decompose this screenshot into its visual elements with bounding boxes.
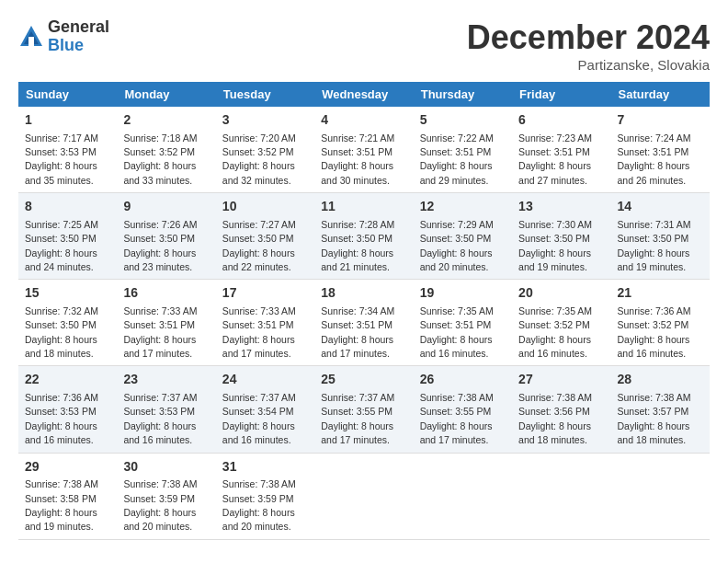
- day-sunrise: Sunrise: 7:35 AM: [420, 305, 494, 316]
- table-cell: 18 Sunrise: 7:34 AM Sunset: 3:51 PM Dayl…: [314, 280, 413, 366]
- day-sunset: Sunset: 3:52 PM: [618, 319, 689, 330]
- day-sunrise: Sunrise: 7:37 AM: [321, 392, 394, 403]
- day-daylight: Daylight: 8 hours and 18 minutes.: [518, 420, 591, 445]
- logo: General Blue: [18, 18, 109, 55]
- table-cell: 21 Sunrise: 7:36 AM Sunset: 3:52 PM Dayl…: [611, 280, 710, 366]
- day-number: 1: [25, 111, 110, 130]
- day-number: 6: [518, 111, 604, 130]
- day-daylight: Daylight: 8 hours and 26 minutes.: [618, 160, 690, 185]
- day-sunrise: Sunrise: 7:31 AM: [618, 219, 691, 230]
- table-cell: [314, 453, 413, 539]
- table-cell: 9 Sunrise: 7:26 AM Sunset: 3:50 PM Dayli…: [117, 193, 215, 280]
- day-daylight: Daylight: 8 hours and 35 minutes.: [25, 160, 97, 185]
- day-sunrise: Sunrise: 7:23 AM: [518, 132, 592, 144]
- table-cell: 2 Sunrise: 7:18 AM Sunset: 3:52 PM Dayli…: [117, 107, 215, 193]
- day-sunset: Sunset: 3:58 PM: [25, 493, 97, 504]
- col-wednesday: Wednesday: [314, 82, 413, 107]
- table-row: 15 Sunrise: 7:32 AM Sunset: 3:50 PM Dayl…: [18, 280, 710, 366]
- day-sunset: Sunset: 3:50 PM: [123, 233, 195, 244]
- day-sunset: Sunset: 3:56 PM: [518, 406, 590, 417]
- day-sunset: Sunset: 3:50 PM: [222, 233, 294, 244]
- day-sunrise: Sunrise: 7:22 AM: [420, 132, 494, 144]
- svg-rect-2: [28, 37, 34, 46]
- day-number: 27: [518, 371, 604, 389]
- title-block: December 2024 Partizanske, Slovakia: [467, 18, 710, 73]
- day-sunrise: Sunrise: 7:26 AM: [123, 219, 197, 230]
- day-number: 31: [222, 458, 308, 477]
- day-sunset: Sunset: 3:50 PM: [518, 233, 590, 244]
- day-sunrise: Sunrise: 7:33 AM: [123, 305, 197, 316]
- table-cell: 14 Sunrise: 7:31 AM Sunset: 3:50 PM Dayl…: [611, 193, 710, 280]
- day-number: 14: [618, 198, 703, 216]
- day-sunset: Sunset: 3:51 PM: [518, 146, 590, 157]
- day-number: 21: [618, 284, 703, 303]
- day-daylight: Daylight: 8 hours and 19 minutes.: [25, 507, 97, 532]
- day-number: 19: [420, 284, 506, 303]
- col-thursday: Thursday: [414, 82, 512, 107]
- table-cell: 15 Sunrise: 7:32 AM Sunset: 3:50 PM Dayl…: [18, 280, 117, 366]
- day-number: 20: [518, 284, 604, 303]
- table-cell: 28 Sunrise: 7:38 AM Sunset: 3:57 PM Dayl…: [611, 366, 710, 453]
- day-number: 9: [123, 198, 209, 216]
- table-cell: 23 Sunrise: 7:37 AM Sunset: 3:53 PM Dayl…: [117, 366, 215, 453]
- day-daylight: Daylight: 8 hours and 16 minutes.: [518, 334, 591, 359]
- day-sunrise: Sunrise: 7:25 AM: [25, 219, 98, 230]
- day-sunrise: Sunrise: 7:36 AM: [618, 305, 691, 316]
- day-daylight: Daylight: 8 hours and 22 minutes.: [222, 247, 295, 272]
- table-row: 22 Sunrise: 7:36 AM Sunset: 3:53 PM Dayl…: [18, 366, 710, 453]
- day-sunrise: Sunrise: 7:30 AM: [518, 219, 592, 230]
- day-daylight: Daylight: 8 hours and 29 minutes.: [420, 160, 493, 185]
- day-sunset: Sunset: 3:50 PM: [25, 233, 97, 244]
- day-sunset: Sunset: 3:51 PM: [123, 319, 195, 330]
- day-number: 28: [618, 371, 703, 389]
- day-sunset: Sunset: 3:51 PM: [222, 319, 294, 330]
- day-number: 29: [25, 458, 110, 477]
- day-sunrise: Sunrise: 7:28 AM: [321, 219, 394, 230]
- day-number: 26: [420, 371, 506, 389]
- day-sunset: Sunset: 3:51 PM: [321, 319, 392, 330]
- logo-blue-text: Blue: [48, 37, 109, 55]
- day-sunset: Sunset: 3:53 PM: [25, 406, 97, 417]
- day-sunrise: Sunrise: 7:38 AM: [222, 478, 296, 489]
- day-sunset: Sunset: 3:51 PM: [321, 146, 392, 157]
- day-number: 15: [25, 284, 110, 303]
- table-cell: 25 Sunrise: 7:37 AM Sunset: 3:55 PM Dayl…: [314, 366, 413, 453]
- day-sunrise: Sunrise: 7:32 AM: [25, 305, 98, 316]
- day-sunset: Sunset: 3:53 PM: [123, 406, 195, 417]
- table-cell: 22 Sunrise: 7:36 AM Sunset: 3:53 PM Dayl…: [18, 366, 117, 453]
- day-sunrise: Sunrise: 7:34 AM: [321, 305, 394, 316]
- day-sunrise: Sunrise: 7:27 AM: [222, 219, 296, 230]
- day-sunset: Sunset: 3:55 PM: [321, 406, 392, 417]
- table-row: 8 Sunrise: 7:25 AM Sunset: 3:50 PM Dayli…: [18, 193, 710, 280]
- logo-text: General Blue: [48, 18, 109, 55]
- day-daylight: Daylight: 8 hours and 20 minutes.: [420, 247, 493, 272]
- day-number: 16: [123, 284, 209, 303]
- day-daylight: Daylight: 8 hours and 19 minutes.: [618, 247, 690, 272]
- day-sunrise: Sunrise: 7:36 AM: [25, 392, 98, 403]
- day-sunset: Sunset: 3:53 PM: [25, 146, 97, 157]
- day-daylight: Daylight: 8 hours and 17 minutes.: [123, 334, 196, 359]
- day-sunrise: Sunrise: 7:38 AM: [518, 392, 592, 403]
- table-cell: 6 Sunrise: 7:23 AM Sunset: 3:51 PM Dayli…: [512, 107, 610, 193]
- day-number: 7: [618, 111, 703, 130]
- day-sunset: Sunset: 3:55 PM: [420, 406, 492, 417]
- table-cell: 30 Sunrise: 7:38 AM Sunset: 3:59 PM Dayl…: [117, 453, 215, 539]
- day-number: 12: [420, 198, 506, 216]
- day-sunset: Sunset: 3:59 PM: [222, 493, 294, 504]
- table-cell: [611, 453, 710, 539]
- day-daylight: Daylight: 8 hours and 16 minutes.: [123, 420, 196, 445]
- col-tuesday: Tuesday: [216, 82, 314, 107]
- table-cell: 19 Sunrise: 7:35 AM Sunset: 3:51 PM Dayl…: [414, 280, 512, 366]
- table-cell: 12 Sunrise: 7:29 AM Sunset: 3:50 PM Dayl…: [414, 193, 512, 280]
- day-daylight: Daylight: 8 hours and 16 minutes.: [25, 420, 97, 445]
- day-sunrise: Sunrise: 7:33 AM: [222, 305, 296, 316]
- day-number: 24: [222, 371, 308, 389]
- day-daylight: Daylight: 8 hours and 18 minutes.: [25, 334, 97, 359]
- page-header: General Blue December 2024 Partizanske, …: [18, 18, 710, 73]
- day-daylight: Daylight: 8 hours and 16 minutes.: [222, 420, 295, 445]
- day-number: 18: [321, 284, 406, 303]
- table-cell: 11 Sunrise: 7:28 AM Sunset: 3:50 PM Dayl…: [314, 193, 413, 280]
- day-sunset: Sunset: 3:52 PM: [123, 146, 195, 157]
- day-sunrise: Sunrise: 7:38 AM: [420, 392, 494, 403]
- table-row: 1 Sunrise: 7:17 AM Sunset: 3:53 PM Dayli…: [18, 107, 710, 193]
